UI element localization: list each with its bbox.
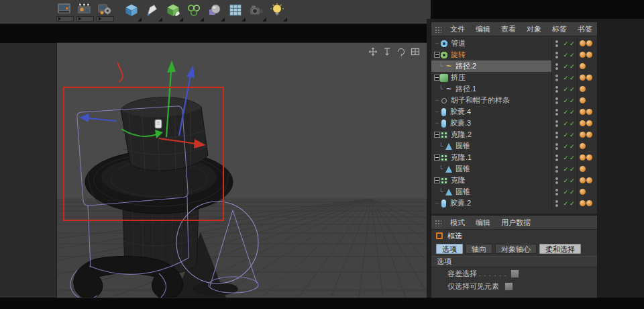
object-name[interactable]: 管道 [451,38,466,48]
visibility-dots[interactable] [551,106,561,118]
tag-icons[interactable] [577,95,597,106]
tag-icons[interactable] [577,49,597,60]
attribute-tab[interactable]: 轴向 [466,244,492,254]
object-row[interactable]: 管道 ✓✓ [431,38,597,49]
tag-icons[interactable] [577,60,597,72]
modifiers-button[interactable] [186,2,204,22]
render-view-button[interactable] [56,2,74,22]
tag-icons[interactable] [577,175,597,186]
tag-icons[interactable] [577,118,597,129]
spline-pen-button[interactable] [144,2,162,22]
enable-checkmarks[interactable]: ✓✓ [561,120,577,127]
object-row[interactable]: 圆锥 ✓✓ [431,140,597,152]
om-menu-item[interactable]: 标签 [547,22,572,36]
light-button[interactable] [269,2,287,22]
expand-toggle[interactable] [434,177,440,183]
expand-toggle[interactable] [434,154,440,161]
attribute-tab[interactable]: 选项 [436,244,463,254]
enable-checkmarks[interactable]: ✓✓ [561,97,577,104]
rotate-view-icon[interactable] [396,47,406,56]
expand-toggle[interactable] [434,109,440,115]
object-name[interactable]: 克隆.2 [451,130,472,140]
enable-checkmarks[interactable]: ✓✓ [561,200,577,207]
om-menu-item[interactable]: 书签 [572,22,598,36]
tag-icons[interactable] [577,163,597,175]
visibility-dots[interactable] [551,118,561,129]
visibility-dots[interactable] [551,175,561,186]
expand-toggle[interactable] [434,52,440,58]
panel-grip-icon[interactable] [434,26,441,33]
pan-view-icon[interactable] [368,47,378,56]
viewport[interactable] [57,43,427,298]
render-view-play-strip[interactable] [56,16,74,21]
option-checkbox[interactable] [504,282,513,291]
object-row[interactable]: 胶囊.4 ✓✓ [431,106,597,118]
visibility-dots[interactable] [551,83,561,95]
enable-checkmarks[interactable]: ✓✓ [561,189,577,195]
object-name[interactable]: 胶囊.3 [450,118,471,128]
enable-checkmarks[interactable]: ✓✓ [561,132,577,138]
attribute-tab[interactable]: 柔和选择 [539,244,581,254]
visibility-dots[interactable] [551,95,561,106]
object-row[interactable]: 胶囊.3 ✓✓ [431,118,597,129]
visibility-dots[interactable] [551,49,561,60]
tag-icons[interactable] [577,197,597,209]
om-menu-item[interactable]: 对象 [521,22,547,36]
tag-icons[interactable] [577,152,597,163]
expand-toggle[interactable] [434,40,440,46]
dolly-view-icon[interactable] [382,47,392,56]
am-menu-item[interactable]: 用户数据 [496,216,536,229]
enable-checkmarks[interactable]: ✓✓ [561,154,577,161]
object-name[interactable]: 胶囊.2 [450,198,471,208]
object-row[interactable]: 圆锥 ✓✓ [431,163,597,175]
deformers-button[interactable] [207,2,225,22]
expand-toggle[interactable] [434,75,440,81]
tag-icons[interactable] [577,83,597,95]
object-row[interactable]: 路径.1 ✓✓ [431,83,597,95]
visibility-dots[interactable] [551,129,561,140]
visibility-dots[interactable] [551,60,561,72]
expand-toggle[interactable] [434,200,440,206]
visibility-dots[interactable] [551,72,561,83]
am-menu-item[interactable]: 模式 [445,216,470,229]
render-picture-viewer-play-strip[interactable] [76,16,94,21]
camera-button[interactable] [248,2,266,22]
object-name[interactable]: 圆锥 [455,164,470,174]
enable-checkmarks[interactable]: ✓✓ [561,40,577,47]
render-settings-play-strip[interactable] [97,16,114,21]
object-name[interactable]: 挤压 [451,73,466,83]
object-row[interactable]: 胡子和帽子的样条 ✓✓ [431,95,597,106]
tag-icons[interactable] [577,106,597,118]
primitive-cube-button[interactable] [123,2,142,22]
enable-checkmarks[interactable]: ✓✓ [561,63,577,70]
am-menu-item[interactable]: 编辑 [470,216,496,229]
expand-toggle[interactable] [434,132,440,138]
visibility-dots[interactable] [551,197,561,209]
render-picture-viewer-button[interactable] [76,2,94,22]
generators-button[interactable] [165,2,183,22]
enable-checkmarks[interactable]: ✓✓ [561,166,577,173]
object-row[interactable]: 旋转 ✓✓ [431,49,597,60]
visibility-dots[interactable] [551,186,561,197]
tag-icons[interactable] [577,38,597,49]
object-row[interactable]: 胶囊.2 ✓✓ [431,197,597,209]
floor-environment-button[interactable] [227,2,246,22]
tag-icons[interactable] [577,186,597,197]
tag-icons[interactable] [577,72,597,83]
object-name[interactable]: 路径.1 [455,84,476,94]
object-name[interactable]: 旋转 [451,50,466,60]
tag-icons[interactable] [577,129,597,140]
enable-checkmarks[interactable]: ✓✓ [561,52,577,58]
option-checkbox[interactable] [511,269,519,278]
object-name[interactable]: 胶囊.4 [450,107,471,117]
tag-icons[interactable] [577,140,597,152]
object-row[interactable]: 路径.2 ✓✓ [431,60,597,72]
section-header[interactable]: 选项 [431,256,597,267]
object-row[interactable]: 克隆 ✓✓ [431,175,597,186]
panel-grip-icon[interactable] [434,219,441,226]
enable-checkmarks[interactable]: ✓✓ [561,109,577,116]
visibility-dots[interactable] [551,163,561,175]
object-name[interactable]: 圆锥 [455,187,470,197]
toggle-view-icon[interactable] [411,47,420,56]
object-name[interactable]: 路径.2 [455,61,476,71]
